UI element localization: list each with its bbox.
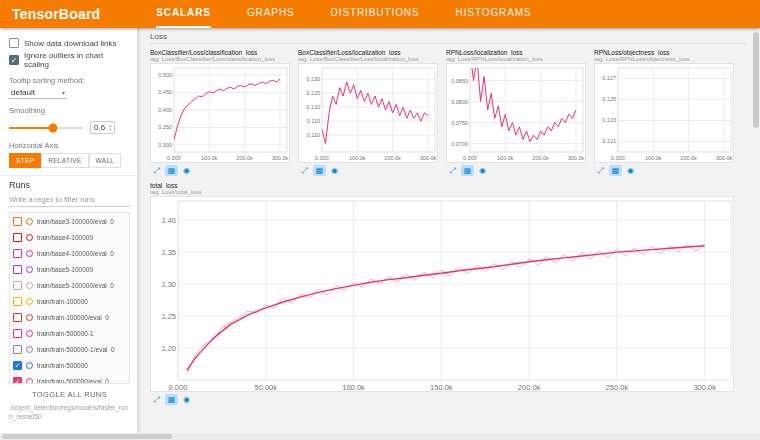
tab-scalars[interactable]: SCALARS: [156, 0, 211, 28]
axis-button-relative[interactable]: RELATIVE: [41, 153, 88, 168]
chart-plot[interactable]: 0.1100.1150.1200.1250.1300.000100.0k200.…: [298, 63, 438, 163]
run-checkbox[interactable]: [13, 217, 22, 226]
svg-text:0.500: 0.500: [158, 72, 172, 78]
runs-list[interactable]: train/base3-100000/eval_0train/base4-100…: [9, 212, 130, 384]
svg-text:200.0k: 200.0k: [518, 383, 541, 392]
data-table-icon[interactable]: ▦: [609, 165, 622, 176]
nav-tabs: SCALARSGRAPHSDISTRIBUTIONSHISTOGRAMS: [156, 0, 531, 28]
data-table-icon[interactable]: ▦: [165, 165, 178, 176]
runs-filter-input[interactable]: [9, 192, 130, 207]
fullscreen-icon[interactable]: ⤢: [150, 165, 163, 176]
run-list-item[interactable]: train/train-500000-1/eval_0: [10, 341, 129, 357]
smoothing-value-box[interactable]: 0.6 ▴▾: [90, 121, 115, 134]
pin-icon[interactable]: ◉: [180, 165, 193, 176]
run-checkbox[interactable]: ✓: [13, 377, 22, 385]
fullscreen-icon[interactable]: ⤢: [298, 165, 311, 176]
chart-toolbar: ⤢▦◉: [594, 165, 734, 176]
chart-svg: 0.07000.07500.08000.08500.000100.0k200.0…: [447, 64, 587, 164]
tab-graphs[interactable]: GRAPHS: [247, 0, 295, 28]
run-checkbox[interactable]: [13, 249, 22, 258]
svg-text:200.0k: 200.0k: [680, 155, 697, 161]
run-list-item[interactable]: ✓train/train-500000: [10, 357, 129, 373]
data-table-icon[interactable]: ▦: [461, 165, 474, 176]
toggle-all-runs-button[interactable]: TOGGLE ALL RUNS: [9, 384, 130, 403]
slider-thumb[interactable]: [49, 123, 58, 132]
tab-distributions[interactable]: DISTRIBUTIONS: [331, 0, 420, 28]
svg-text:0.000: 0.000: [463, 155, 477, 161]
chart-tag: tag: Loss/RPNLoss/objectness_loss: [594, 56, 734, 62]
tooltip-sorting-label: Tooltip sorting method:: [9, 76, 130, 85]
run-list-item[interactable]: train/base5-100000: [10, 261, 129, 277]
smoothing-slider[interactable]: [9, 127, 83, 129]
chart-plot[interactable]: 0.07000.07500.08000.08500.000100.0k200.0…: [446, 63, 586, 163]
horizontal-axis-toggle: STEPRELATIVEWALL: [9, 153, 130, 168]
run-color-ring-icon: [26, 330, 33, 337]
run-list-item[interactable]: train/base4-100000: [10, 229, 129, 245]
run-color-ring-icon: [26, 282, 33, 289]
fullscreen-icon[interactable]: ⤢: [594, 165, 607, 176]
checkbox-icon[interactable]: [9, 38, 19, 48]
axis-button-step[interactable]: STEP: [9, 153, 41, 168]
run-color-ring-icon: [26, 298, 33, 305]
settings-checkboxes: Show data download links✓Ignore outliers…: [9, 38, 130, 69]
data-table-icon[interactable]: ▦: [313, 165, 326, 176]
svg-text:0.0750: 0.0750: [451, 120, 468, 126]
pin-icon[interactable]: ◉: [476, 165, 489, 176]
chart-plot[interactable]: 0.1210.1230.1250.1270.000100.0k200.0k300…: [594, 63, 734, 163]
run-list-item[interactable]: train/base4-100000/eval_0: [10, 245, 129, 261]
fullscreen-icon[interactable]: ⤢: [446, 165, 459, 176]
horizontal-scrollbar[interactable]: [2, 434, 172, 439]
tooltip-sorting-select[interactable]: default ▾: [9, 87, 67, 99]
smoothing-label: Smoothing: [9, 106, 130, 115]
chart-plot[interactable]: 1.201.251.301.351.400.00050.00k100.0k150…: [150, 196, 734, 392]
chart-toolbar: ⤢▦◉: [298, 165, 438, 176]
svg-text:250.0k: 250.0k: [606, 383, 629, 392]
run-checkbox[interactable]: [13, 265, 22, 274]
checkbox-label: Ignore outliers in chart scaling: [24, 51, 130, 69]
category-header-loss[interactable]: Loss: [150, 32, 746, 44]
chart-card: RPNLoss/objectness_losstag: Loss/RPNLoss…: [594, 49, 734, 176]
pin-icon[interactable]: ◉: [180, 394, 193, 405]
pin-icon[interactable]: ◉: [328, 165, 341, 176]
axis-button-wall[interactable]: WALL: [89, 153, 122, 168]
run-checkbox[interactable]: [13, 297, 22, 306]
svg-text:0.000: 0.000: [611, 155, 625, 161]
divider: [0, 175, 137, 176]
run-list-item[interactable]: ✓train/train-500000/eval_0: [10, 373, 129, 384]
horizontal-axis-label: Horizontal Axis: [9, 141, 130, 150]
svg-text:0.000: 0.000: [167, 155, 181, 161]
svg-text:0.110: 0.110: [307, 132, 320, 138]
run-list-item[interactable]: train/base3-100000/eval_0: [10, 213, 129, 229]
large-chart-container: total_losstag: Loss/total_loss1.201.251.…: [150, 182, 746, 405]
vertical-scrollbar[interactable]: [753, 32, 759, 128]
svg-text:200.0k: 200.0k: [532, 155, 549, 161]
run-list-item[interactable]: train/base5-100000/eval_0: [10, 277, 129, 293]
run-checkbox[interactable]: [13, 233, 22, 242]
chart-plot[interactable]: 0.3000.3500.4000.4500.5000.000100.0k200.…: [150, 63, 290, 163]
data-table-icon[interactable]: ▦: [165, 394, 178, 405]
pin-icon[interactable]: ◉: [624, 165, 637, 176]
chart-card: BoxClassifier/Loss/localization_losstag:…: [298, 49, 438, 176]
run-list-item[interactable]: train/train-100000: [10, 293, 129, 309]
run-list-item[interactable]: train/train-100000/eval_0: [10, 309, 129, 325]
svg-text:150.0k: 150.0k: [430, 383, 453, 392]
tab-histograms[interactable]: HISTOGRAMS: [456, 0, 532, 28]
run-checkbox[interactable]: [13, 345, 22, 354]
main-content: Loss BoxClassifier/Loss/classification_l…: [138, 28, 760, 433]
settings-checkbox-row[interactable]: Show data download links: [9, 38, 130, 48]
svg-text:0.350: 0.350: [158, 124, 172, 130]
run-checkbox[interactable]: ✓: [13, 361, 22, 370]
checkbox-icon[interactable]: ✓: [9, 55, 19, 65]
run-checkbox[interactable]: [13, 281, 22, 290]
runs-label: Runs: [9, 180, 130, 190]
horizontal-scrollbar-track: [0, 433, 760, 440]
stepper-arrows-icon[interactable]: ▴▾: [109, 124, 111, 132]
settings-checkbox-row[interactable]: ✓Ignore outliers in chart scaling: [9, 51, 130, 69]
top-app-bar: TensorBoard SCALARSGRAPHSDISTRIBUTIONSHI…: [0, 0, 760, 28]
run-checkbox[interactable]: [13, 329, 22, 338]
chart-card: total_losstag: Loss/total_loss1.201.251.…: [150, 182, 746, 405]
run-color-ring-icon: [26, 218, 33, 225]
run-list-item[interactable]: train/train-500000-1: [10, 325, 129, 341]
run-checkbox[interactable]: [13, 313, 22, 322]
fullscreen-icon[interactable]: ⤢: [150, 394, 163, 405]
